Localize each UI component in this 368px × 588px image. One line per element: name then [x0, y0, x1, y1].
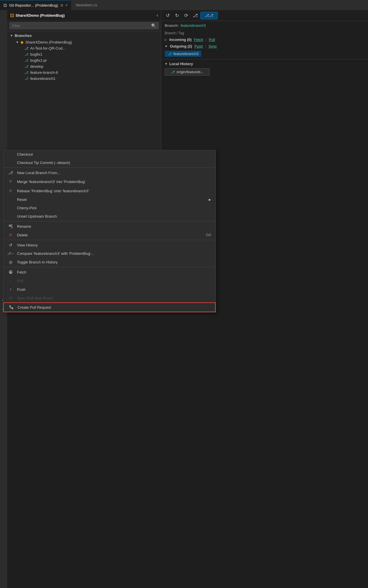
repo-node[interactable]: ▼ ◆ ShareXDemo (ProblemBug): [7, 39, 161, 45]
branch-graph-btn[interactable]: ⎇⎇: [200, 12, 218, 19]
sync-link[interactable]: Sync: [208, 44, 217, 48]
menu-view-history[interactable]: ↺ View History: [3, 241, 216, 249]
incoming-row: ▷ Incoming (0) Fetch | Pull: [161, 36, 368, 43]
sync-icon: ↺: [8, 296, 14, 300]
delete-icon: ✕: [8, 233, 14, 237]
branch-item-4[interactable]: ⎇ feature-branch-6: [7, 69, 161, 76]
outgoing-arrow-icon: ▼: [165, 45, 168, 48]
badge-branch-icon: ⎇: [168, 52, 172, 56]
menu-unset-upstream[interactable]: Unset Upstream Branch: [3, 212, 216, 220]
branch-tag-label: Branch / Tag: [165, 31, 184, 35]
filter-input[interactable]: [12, 24, 149, 28]
repo-name: ShareXDemo (ProblemBug): [16, 13, 65, 18]
menu-push[interactable]: ↑ Push: [3, 285, 216, 294]
history-item-label: origin/featureb...: [177, 70, 204, 74]
local-history-section: ▼ Local History ⎇ origin/featureb...: [161, 59, 368, 78]
menu-checkout[interactable]: Checkout: [3, 150, 216, 159]
menu-cherry-pick[interactable]: Cherry-Pick: [3, 204, 216, 212]
branches-header[interactable]: ▼ Branches: [7, 32, 161, 39]
incoming-arrow: ▷: [165, 38, 167, 41]
branch-label-row: Branch: featurebranch3: [161, 21, 368, 30]
undo-btn[interactable]: ↻: [173, 12, 181, 19]
branch-item-1[interactable]: ⎇ bugfix1: [7, 51, 161, 57]
badge-branch-name: featurebranch3: [173, 52, 198, 56]
svg-rect-0: [9, 225, 12, 225]
branch-icon-3: ⎇: [24, 65, 29, 69]
menu-delete-shortcut: Del: [206, 233, 211, 237]
branch-name-3: develop: [30, 64, 43, 69]
sep3: [3, 240, 216, 240]
branches-arrow: ▼: [10, 34, 13, 37]
history-icon: ⎇: [171, 70, 175, 74]
menu-fetch-label: Fetch: [17, 270, 211, 274]
menu-toggle-history-label: Toggle Branch in History: [17, 260, 211, 264]
svg-rect-1: [9, 226, 11, 227]
divider1: |: [206, 37, 206, 42]
branch-view-btn[interactable]: ⎇: [191, 12, 199, 19]
sep1: [3, 167, 216, 168]
divider2: |: [205, 44, 206, 48]
tab-git-repo[interactable]: ⊡ Git Repositor... (ProblemBug) ⊞ ×: [0, 0, 71, 10]
branch-item-5[interactable]: ⎇ featurebranch1: [7, 76, 161, 82]
tab-inactive-label: NewsItem.cs: [76, 3, 97, 7]
menu-rebase-label: Rebase 'ProblemBug' onto 'featurebranch3…: [17, 189, 211, 193]
menu-push-label: Push: [17, 287, 211, 292]
branch-item-2[interactable]: ⎇ bugfix1-pr: [7, 57, 161, 63]
menu-toggle-history[interactable]: ◎ Toggle Branch in History: [3, 258, 216, 266]
rename-icon: [8, 224, 14, 229]
menu-checkout-tip[interactable]: Checkout Tip Commit (--detach): [3, 159, 216, 167]
repo-arrow: ▼: [16, 41, 19, 44]
branch-name-5: featurebranch1: [30, 76, 55, 81]
push-link[interactable]: Push: [194, 44, 203, 48]
local-history-label: Local History: [169, 62, 193, 66]
branches-label: Branches: [15, 33, 32, 38]
menu-rename[interactable]: Rename: [3, 222, 216, 231]
branch-icon-0: ⎇: [24, 46, 29, 50]
menu-merge[interactable]: ⑂ Merge 'featurebranch3' into 'ProblemBu…: [3, 177, 216, 186]
branch-icon-1: ⎇: [24, 52, 29, 56]
context-menu: Checkout Checkout Tip Commit (--detach) …: [3, 150, 216, 312]
branch-value: featurebranch3: [181, 23, 206, 28]
merge-icon: ⑂: [8, 179, 14, 184]
create-pr-icon: [8, 305, 14, 310]
branch-key: Branch:: [165, 23, 179, 28]
branch-icon-4: ⎇: [24, 71, 29, 75]
menu-reset-label: Reset: [17, 197, 205, 202]
local-history-header: ▼ Local History: [161, 61, 368, 67]
menu-rebase[interactable]: ⑃ Rebase 'ProblemBug' onto 'featurebranc…: [3, 186, 216, 195]
filter-bar: 🔍: [7, 20, 161, 31]
pin-icon[interactable]: ⊞: [60, 3, 63, 7]
branch-item-0[interactable]: ⎇ AI-Test-for-QR-Cod...: [7, 45, 161, 51]
history-item[interactable]: ⎇ origin/featureb...: [165, 68, 210, 76]
menu-sync-label: Sync (Pull then Push): [17, 296, 211, 300]
fetch-link[interactable]: Fetch: [194, 37, 203, 42]
close-icon[interactable]: ×: [65, 3, 68, 7]
repo-node-label: ShareXDemo (ProblemBug): [25, 40, 72, 44]
menu-create-pr[interactable]: Create Pull Request: [3, 302, 216, 312]
local-history-arrow: ▼: [165, 62, 168, 65]
branch-name-2: bugfix1-pr: [30, 58, 47, 63]
left-panel: ⊡ ShareXDemo (ProblemBug) ‹ 🔍 ▼ Branches…: [7, 10, 161, 173]
menu-create-pr-label: Create Pull Request: [18, 305, 210, 310]
menu-merge-label: Merge 'featurebranch3' into 'ProblemBug': [17, 180, 211, 184]
outgoing-branch-badge[interactable]: ⎇ featurebranch3: [165, 51, 201, 57]
push-icon: ↑: [8, 287, 14, 292]
filter-input-wrap: 🔍: [10, 22, 159, 29]
menu-reset[interactable]: Reset ▶: [3, 195, 216, 204]
toggle-history-icon: ◎: [8, 260, 14, 264]
sync-btn[interactable]: ⟳: [182, 12, 190, 19]
sep4: [3, 267, 216, 267]
refresh-btn[interactable]: ↺: [164, 12, 172, 19]
collapse-left-icon[interactable]: ‹: [157, 13, 158, 18]
tab-newsitem[interactable]: NewsItem.cs: [71, 0, 102, 10]
menu-unset-upstream-label: Unset Upstream Branch: [17, 214, 211, 218]
menu-compare-label: Compare 'featurebranch3' with 'ProblemBu…: [17, 251, 211, 256]
menu-fetch[interactable]: Fetch: [3, 268, 216, 276]
new-branch-icon: ⎇: [8, 170, 14, 175]
branch-item-3[interactable]: ⎇ develop: [7, 63, 161, 69]
menu-compare[interactable]: ⎇↔ Compare 'featurebranch3' with 'Proble…: [3, 249, 216, 258]
pull-link[interactable]: Pull: [209, 37, 215, 42]
tab-bar: ⊡ Git Repositor... (ProblemBug) ⊞ × News…: [0, 0, 368, 10]
menu-delete[interactable]: ✕ Delete Del: [3, 231, 216, 239]
menu-new-local-branch[interactable]: ⎇ New Local Branch From...: [3, 168, 216, 177]
